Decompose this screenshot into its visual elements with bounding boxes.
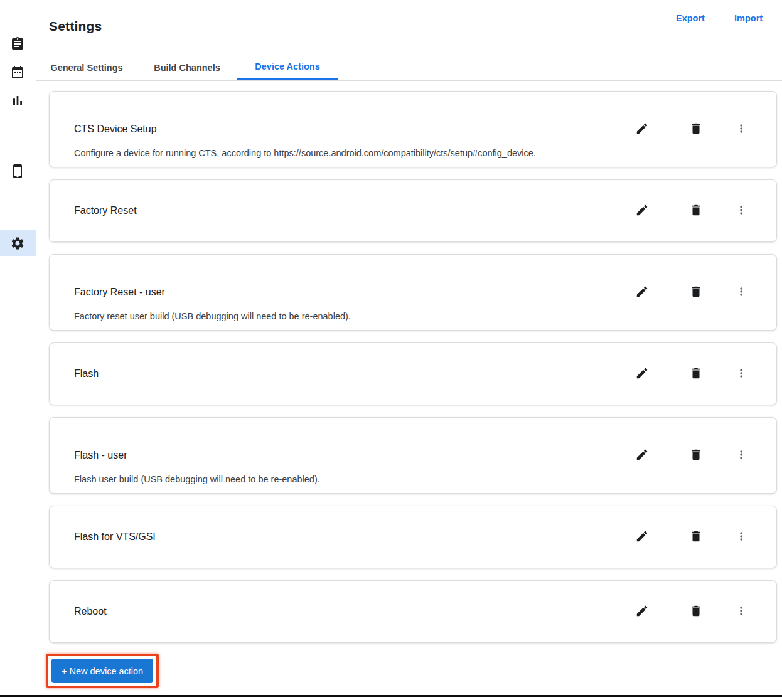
device-action-name: Factory Reset [74,205,635,216]
delete-button[interactable] [688,604,704,619]
device-action-card: Flash for VTS/GSI [49,506,777,568]
device-action-name: Flash for VTS/GSI [74,531,635,543]
more-vert-icon [735,204,747,218]
edit-button[interactable] [635,203,650,218]
delete-button[interactable] [688,285,704,300]
bottom-edge-bar [0,695,782,697]
more-options-button[interactable] [734,366,749,381]
delete-button[interactable] [688,122,704,137]
device-action-card: Flash - user Flash user build (USB debug… [49,417,777,494]
smartphone-icon[interactable] [10,164,25,179]
new-device-action-button[interactable]: + New device action [51,659,153,683]
trash-icon [689,203,703,219]
gear-icon[interactable] [10,236,25,251]
device-action-text: CTS Device Setup Configure a device for … [50,124,635,135]
more-options-button[interactable] [734,448,749,463]
device-action-name: Factory Reset - user [74,287,635,298]
device-action-buttons [635,122,776,137]
more-options-button[interactable] [734,529,749,544]
pencil-icon [635,529,649,545]
delete-button[interactable] [688,529,704,544]
trash-icon [689,122,703,137]
device-action-card: Flash [49,342,777,405]
pencil-icon [635,203,649,219]
assignment-icon[interactable] [10,36,25,51]
more-options-button[interactable] [734,122,749,137]
bar-chart-icon[interactable] [10,93,25,108]
device-action-name: CTS Device Setup [74,124,635,135]
device-action-card: Factory Reset [49,179,777,242]
device-action-description: Configure a device for running CTS, acco… [74,148,536,158]
tab-device-actions[interactable]: Device Actions [237,55,338,80]
more-vert-icon [735,122,747,137]
more-vert-icon [735,367,747,381]
device-action-text: Reboot [50,606,635,617]
tabs: General SettingsBuild ChannelsDevice Act… [36,55,782,81]
pencil-icon [635,366,649,382]
pencil-icon [635,448,649,464]
device-action-description: Flash user build (USB debugging will nee… [74,474,320,484]
delete-button[interactable] [688,448,704,463]
pencil-icon [635,604,649,620]
edit-button[interactable] [635,285,650,300]
calendar-icon[interactable] [10,65,25,80]
more-options-button[interactable] [734,285,749,300]
more-vert-icon [735,448,747,463]
trash-icon [689,366,703,382]
device-action-description: Factory reset user build (USB debugging … [74,311,351,321]
more-vert-icon [735,530,747,544]
edit-button[interactable] [635,529,650,544]
annotation-highlight-box: + New device action [46,654,159,688]
trash-icon [689,285,703,300]
export-button[interactable]: Export [676,13,705,23]
tab-build-channels[interactable]: Build Channels [137,55,237,80]
device-action-name: Flash - user [74,450,635,461]
device-action-buttons [635,604,776,619]
main-content: Settings Export Import General SettingsB… [36,0,782,695]
device-action-list: CTS Device Setup Configure a device for … [49,91,777,643]
more-vert-icon [735,285,747,300]
device-action-buttons [635,285,776,300]
trash-icon [689,448,703,464]
device-action-text: Factory Reset [50,205,635,216]
delete-button[interactable] [688,366,704,381]
more-vert-icon [735,605,747,619]
device-action-card: Reboot [49,580,777,643]
delete-button[interactable] [688,203,704,218]
edit-button[interactable] [635,122,650,137]
edit-button[interactable] [635,448,650,463]
device-action-buttons [635,529,776,544]
edit-button[interactable] [635,604,650,619]
device-action-card: CTS Device Setup Configure a device for … [49,91,777,167]
device-action-name: Flash [74,368,635,379]
device-action-buttons [635,366,776,381]
device-action-card: Factory Reset - user Factory reset user … [49,254,777,331]
trash-icon [689,604,703,620]
device-action-name: Reboot [74,606,635,617]
device-action-text: Flash - user Flash user build (USB debug… [50,450,635,461]
pencil-icon [635,285,649,300]
pencil-icon [635,122,649,137]
sidebar [0,0,36,695]
device-action-buttons [635,203,776,218]
trash-icon [689,529,703,545]
page-title: Settings [49,19,102,34]
more-options-button[interactable] [734,604,749,619]
more-options-button[interactable] [734,203,749,218]
device-action-text: Factory Reset - user Factory reset user … [50,287,635,298]
device-action-buttons [635,448,776,463]
import-button[interactable]: Import [734,13,763,23]
edit-button[interactable] [635,366,650,381]
device-action-text: Flash [50,368,635,379]
device-action-text: Flash for VTS/GSI [50,531,635,543]
tab-general-settings[interactable]: General Settings [36,55,137,80]
